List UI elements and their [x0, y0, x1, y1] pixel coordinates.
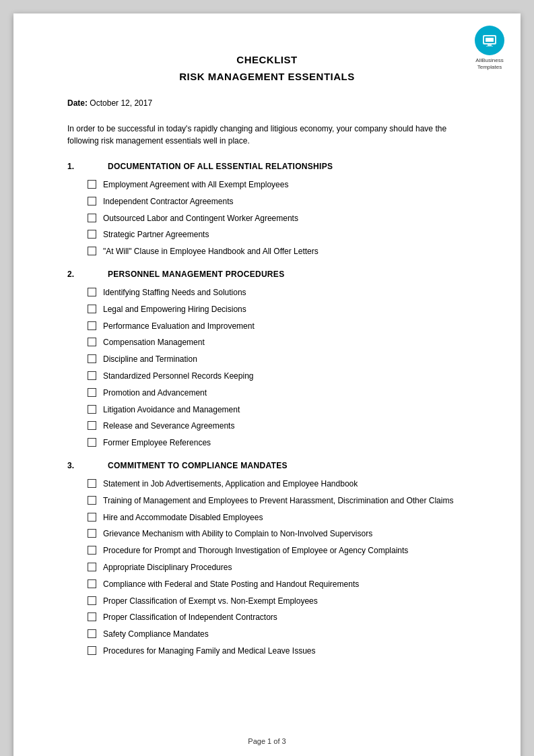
list-item: Grievance Mechanism with Ability to Comp… [88, 528, 467, 540]
item-label: Grievance Mechanism with Ability to Comp… [103, 528, 467, 540]
checkbox[interactable] [88, 214, 96, 222]
checkbox[interactable] [88, 513, 96, 522]
item-label: Compliance with Federal and State Postin… [103, 579, 467, 590]
item-label: Proper Classification of Independent Con… [103, 612, 467, 623]
checkbox[interactable] [88, 421, 96, 430]
logo-area: AllBusinessTemplates [475, 26, 504, 71]
item-label: Outsourced Labor and Contingent Worker A… [103, 213, 467, 224]
section-title-3: COMMITMENT TO COMPLIANCE MANDATES [108, 461, 288, 470]
checklist-items-3: Statement in Job Advertisements, Applica… [88, 478, 467, 657]
checkbox[interactable] [88, 479, 96, 488]
list-item: Procedure for Prompt and Thorough Invest… [88, 545, 467, 557]
list-item: Safety Compliance Mandates [88, 629, 467, 640]
checklist-items-1: Employment Agreement with All Exempt Emp… [88, 179, 467, 257]
checkbox[interactable] [88, 438, 96, 447]
checklist-items-2: Identifying Staffing Needs and Solutions… [88, 287, 467, 449]
list-item: Hire and Accommodate Disabled Employees [88, 512, 467, 524]
list-item: Outsourced Labor and Contingent Worker A… [88, 213, 467, 224]
date-label: Date: [67, 98, 88, 108]
svg-rect-3 [488, 44, 492, 46]
item-label: Employment Agreement with All Exempt Emp… [103, 179, 467, 191]
section-number-1: 1. [67, 162, 108, 171]
list-item: Appropriate Disciplinary Procedures [88, 562, 467, 573]
list-item: Promotion and Advancement [88, 387, 467, 399]
section-header-2: 2.PERSONNEL MANAGEMENT PROCEDURES [67, 270, 467, 279]
list-item: "At Will" Clause in Employee Handbook an… [88, 246, 467, 257]
logo-icon [475, 26, 504, 55]
list-item: Discipline and Termination [88, 354, 467, 365]
item-label: Hire and Accommodate Disabled Employees [103, 512, 467, 524]
item-label: Safety Compliance Mandates [103, 629, 467, 640]
list-item: Proper Classification of Independent Con… [88, 612, 467, 623]
section-number-2: 2. [67, 270, 108, 279]
item-label: Release and Severance Agreements [103, 420, 467, 432]
item-label: Compensation Management [103, 337, 467, 348]
checkbox[interactable] [88, 321, 96, 330]
item-label: Procedures for Managing Family and Medic… [103, 645, 467, 657]
list-item: Legal and Empowering Hiring Decisions [88, 304, 467, 315]
checkbox[interactable] [88, 197, 96, 206]
list-item: Identifying Staffing Needs and Solutions [88, 287, 467, 298]
item-label: Statement in Job Advertisements, Applica… [103, 478, 467, 490]
item-label: Former Employee References [103, 437, 467, 449]
section-header-3: 3.COMMITMENT TO COMPLIANCE MANDATES [67, 461, 467, 470]
list-item: Statement in Job Advertisements, Applica… [88, 478, 467, 490]
item-label: Standardized Personnel Records Keeping [103, 371, 467, 382]
item-label: Discipline and Termination [103, 354, 467, 365]
list-item: Independent Contractor Agreements [88, 196, 467, 208]
list-item: Release and Severance Agreements [88, 420, 467, 432]
item-label: Litigation Avoidance and Management [103, 404, 467, 416]
sections-container: 1.DOCUMENTATION OF ALL ESSENTIAL RELATIO… [67, 162, 467, 657]
checkbox[interactable] [88, 529, 96, 538]
item-label: Legal and Empowering Hiring Decisions [103, 304, 467, 315]
date-line: Date: October 12, 2017 [67, 98, 467, 108]
checkbox[interactable] [88, 338, 96, 346]
checkbox[interactable] [88, 563, 96, 571]
checkbox[interactable] [88, 546, 96, 555]
section-number-3: 3. [67, 461, 108, 470]
checkbox[interactable] [88, 596, 96, 605]
checkbox[interactable] [88, 371, 96, 380]
section-2: 2.PERSONNEL MANAGEMENT PROCEDURESIdentif… [67, 270, 467, 449]
item-label: "At Will" Clause in Employee Handbook an… [103, 246, 467, 257]
item-label: Proper Classification of Exempt vs. Non-… [103, 596, 467, 607]
item-label: Promotion and Advancement [103, 387, 467, 399]
section-1: 1.DOCUMENTATION OF ALL ESSENTIAL RELATIO… [67, 162, 467, 257]
item-label: Identifying Staffing Needs and Solutions [103, 287, 467, 298]
list-item: Proper Classification of Exempt vs. Non-… [88, 596, 467, 607]
list-item: Procedures for Managing Family and Medic… [88, 645, 467, 657]
section-header-1: 1.DOCUMENTATION OF ALL ESSENTIAL RELATIO… [67, 162, 467, 171]
checkbox[interactable] [88, 354, 96, 363]
page-title: CHECKLIST [67, 54, 467, 65]
item-label: Independent Contractor Agreements [103, 196, 467, 208]
list-item: Litigation Avoidance and Management [88, 404, 467, 416]
page-footer: Page 1 of 3 [13, 737, 521, 745]
checkbox[interactable] [88, 612, 96, 621]
checkbox[interactable] [88, 405, 96, 414]
checkbox[interactable] [88, 180, 96, 189]
list-item: Compensation Management [88, 337, 467, 348]
item-label: Procedure for Prompt and Thorough Invest… [103, 545, 467, 557]
checkbox[interactable] [88, 305, 96, 313]
checkbox[interactable] [88, 629, 96, 638]
checkbox[interactable] [88, 579, 96, 588]
checkbox[interactable] [88, 388, 96, 397]
checkbox[interactable] [88, 496, 96, 505]
list-item: Training of Management and Employees to … [88, 495, 467, 507]
checkbox[interactable] [88, 646, 96, 655]
checkbox[interactable] [88, 230, 96, 239]
svg-rect-4 [486, 46, 493, 46]
checkbox[interactable] [88, 288, 96, 296]
date-value: October 12, 2017 [90, 98, 152, 108]
intro-text: In order to be successful in today's rap… [67, 123, 467, 147]
section-3: 3.COMMITMENT TO COMPLIANCE MANDATESState… [67, 461, 467, 657]
list-item: Former Employee References [88, 437, 467, 449]
item-label: Strategic Partner Agreements [103, 229, 467, 241]
svg-rect-2 [486, 38, 494, 42]
page-subtitle: RISK MANAGEMENT ESSENTIALS [67, 71, 467, 82]
checkbox[interactable] [88, 247, 96, 255]
item-label: Training of Management and Employees to … [103, 495, 467, 507]
section-title-2: PERSONNEL MANAGEMENT PROCEDURES [108, 270, 284, 279]
page: AllBusinessTemplates CHECKLIST RISK MANA… [13, 13, 521, 756]
item-label: Appropriate Disciplinary Procedures [103, 562, 467, 573]
